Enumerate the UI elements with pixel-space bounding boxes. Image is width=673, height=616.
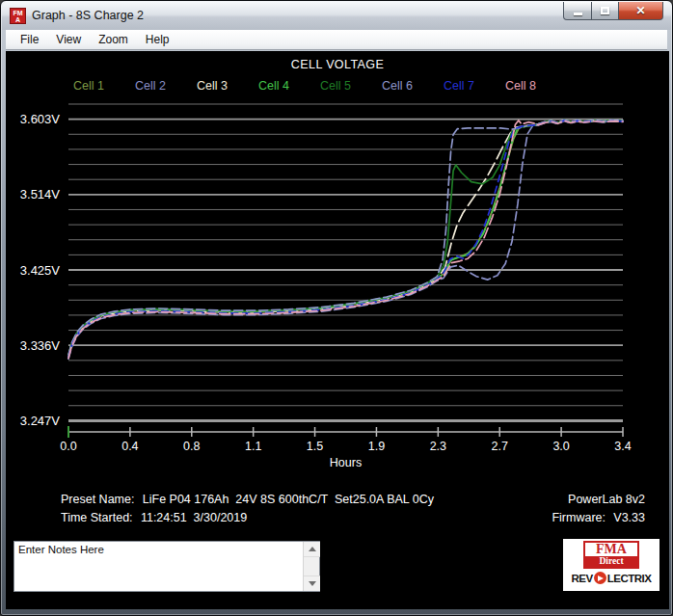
chart-plot-area[interactable]: 3.603V3.514V3.425V3.336V3.247V0.00.40.81…	[6, 51, 669, 609]
minimize-icon	[574, 13, 582, 15]
app-icon: FM A	[10, 8, 26, 24]
close-button[interactable]: ✕	[619, 2, 663, 20]
series-line-cell-3	[68, 121, 623, 357]
series-line-cell-4	[68, 120, 623, 355]
fma-direct-logo: FMA Direct	[583, 541, 639, 569]
x-axis-label: 2.3	[430, 440, 446, 453]
y-axis-label: 3.425V	[20, 263, 61, 278]
time-started-value: 11:24:51 3/30/2019	[141, 511, 247, 524]
brand-logos: FMA Direct REV LECTRIX	[563, 539, 660, 591]
y-axis-label: 3.336V	[20, 338, 61, 353]
close-icon: ✕	[635, 4, 645, 17]
notes-input[interactable]: Enter Notes Here	[14, 542, 302, 591]
y-axis-label: 3.514V	[20, 187, 61, 201]
menu-bar: FileViewZoomHelp	[6, 30, 667, 50]
time-started-label: Time Started:	[61, 511, 133, 524]
window-controls: ✕	[563, 2, 663, 20]
y-axis-label: 3.603V	[20, 112, 61, 126]
fma-logo-text: FMA	[585, 543, 637, 556]
menu-item-help[interactable]: Help	[137, 31, 178, 48]
x-axis-label: 2.7	[492, 440, 508, 453]
scroll-up-button[interactable]	[304, 542, 320, 557]
y-axis-label: 3.247V	[20, 414, 61, 428]
firmware-label: Firmware:	[552, 511, 606, 524]
menu-item-file[interactable]: File	[12, 31, 47, 48]
app-window: FM A Graph - 8S Charge 2 ✕ FileViewZoomH…	[0, 0, 673, 616]
scroll-up-icon	[309, 547, 316, 551]
x-axis-label: 3.4	[614, 440, 631, 453]
firmware-row: Firmware: V3.33	[552, 511, 645, 524]
app-icon-text-top: FM	[11, 10, 25, 16]
notes-scrollbar[interactable]	[303, 542, 319, 591]
title-bar[interactable]: FM A Graph - 8S Charge 2 ✕	[2, 2, 671, 30]
series-line-cell-1	[68, 121, 623, 357]
device-name: PowerLab 8v2	[568, 493, 645, 506]
minimize-button[interactable]	[563, 2, 592, 20]
revolectrix-text-left: REV	[572, 573, 593, 584]
x-axis-label: 0.4	[121, 440, 138, 453]
x-axis-label: 0.8	[183, 440, 200, 453]
revolectrix-logo: REV LECTRIX	[572, 572, 652, 584]
x-axis-label: 1.1	[245, 440, 261, 453]
preset-name-label: Preset Name:	[61, 493, 134, 506]
revolectrix-text-right: LECTRIX	[607, 573, 652, 584]
time-started-row: Time Started: 11:24:51 3/30/2019	[61, 511, 247, 524]
series-line-cell-7	[68, 121, 623, 358]
series-line-cell-6	[68, 120, 623, 355]
firmware-value: V3.33	[613, 511, 645, 524]
scroll-down-icon	[309, 581, 316, 586]
revolectrix-o-icon	[594, 572, 606, 584]
client-area: CELL VOLTAGE Cell 1Cell 2Cell 3Cell 4Cel…	[6, 51, 669, 609]
x-axis-label: 3.0	[552, 440, 569, 453]
menu-item-zoom[interactable]: Zoom	[90, 31, 137, 48]
x-axis-label: 0.0	[60, 440, 76, 453]
window-title: Graph - 8S Charge 2	[32, 9, 144, 22]
maximize-icon	[601, 7, 609, 14]
menu-item-view[interactable]: View	[47, 31, 90, 48]
x-axis-label: 1.5	[307, 440, 323, 453]
app-icon-text-bottom: A	[11, 16, 25, 23]
notes-box: Enter Notes Here	[13, 541, 320, 592]
series-line-cell-8	[68, 121, 623, 358]
scroll-down-button[interactable]	[304, 576, 320, 591]
preset-name-value: LiFe P04 176Ah 24V 8S 600thC/T Set25.0A …	[143, 493, 434, 506]
x-axis-label: 1.9	[368, 440, 385, 453]
preset-name-row: Preset Name: LiFe P04 176Ah 24V 8S 600th…	[61, 493, 434, 506]
maximize-button[interactable]	[592, 2, 619, 20]
fma-direct-text: Direct	[585, 556, 637, 567]
series-line-cell-5	[68, 120, 623, 355]
x-axis-title: Hours	[330, 456, 362, 469]
